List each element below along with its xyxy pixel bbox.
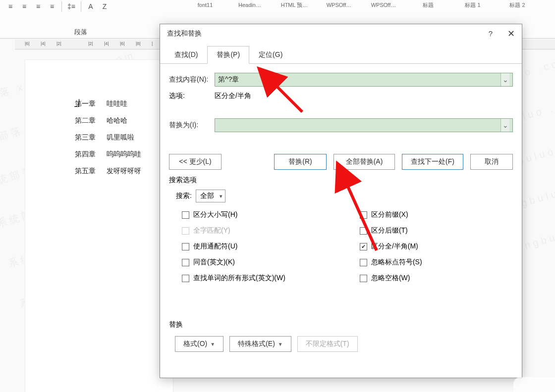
align-justify-icon[interactable]: ≡ [47, 1, 57, 12]
watermark-badge [513, 377, 555, 392]
search-options-label: 搜索选项 [169, 176, 513, 185]
doc-line: 第三章 叽里呱啦 [75, 133, 163, 142]
options-value: 区分全/半角 [215, 92, 251, 100]
separator [81, 1, 81, 12]
find-label: 查找内容(N): [169, 75, 215, 84]
dialog-titlebar[interactable]: 查找和替换 ? ✕ [160, 24, 522, 43]
check-fullhalf[interactable]: ✔区分全/半角(M) [360, 242, 422, 251]
find-next-button[interactable]: 查找下一处(F) [402, 154, 463, 170]
no-format-button: 不限定格式(T) [297, 336, 358, 352]
align-left-icon[interactable]: ≡ [5, 1, 16, 12]
separator [61, 1, 62, 12]
sort-icon-a[interactable]: A [85, 1, 96, 12]
check-prefix[interactable]: 区分前缀(X) [360, 210, 422, 219]
dialog-title: 查找和替换 [167, 29, 202, 38]
check-match-case[interactable]: 区分大小写(H) [182, 210, 285, 219]
doc-line: 第五章 发呀呀呀呀 [75, 167, 163, 176]
style-heading[interactable]: Headin… [228, 0, 272, 15]
check-wildcards[interactable]: 使用通配符(U) [182, 242, 285, 251]
tab-find[interactable]: 查找(D) [165, 46, 207, 64]
replace-all-button[interactable]: 全部替换(A) [333, 154, 395, 170]
check-sounds-like[interactable]: 同音(英文)(K) [182, 258, 285, 267]
options-label: 选项: [169, 92, 215, 100]
replace-input[interactable]: ⌄ [215, 118, 513, 132]
help-icon[interactable]: ? [489, 29, 493, 38]
replace-button[interactable]: 替换(R) [274, 154, 327, 170]
find-replace-dialog: 查找和替换 ? ✕ 查找(D) 替换(P) 定位(G) 查找内容(N): 第^?… [160, 24, 522, 378]
sort-icon-z[interactable]: Z [99, 1, 110, 12]
less-button[interactable]: << 更少(L) [169, 154, 222, 170]
tab-replace[interactable]: 替换(P) [207, 46, 249, 64]
style-html[interactable]: HTML 预… [273, 0, 316, 15]
check-ignore-space[interactable]: 忽略空格(W) [360, 274, 422, 283]
document-page: 第一章 哇哇哇 第二章 哈哈哈 第三章 叽里呱啦 第四章 呜呜呜呜哇 第五章 发… [25, 59, 173, 392]
chevron-down-icon: ▼ [210, 342, 215, 347]
check-whole-word: 全字匹配(Y) [182, 226, 285, 235]
doc-line: 第二章 哈哈哈 [75, 116, 163, 125]
align-right-icon[interactable]: ≡ [33, 1, 44, 12]
style-wps1[interactable]: WPSOff… [317, 0, 361, 15]
special-format-button[interactable]: 特殊格式(E)▼ [229, 336, 291, 352]
chevron-down-icon[interactable]: ⌄ [500, 73, 509, 86]
style-heading2[interactable]: 标题 2 [496, 0, 539, 15]
align-center-icon[interactable]: ≡ [19, 1, 30, 12]
replace-label: 替换为(I): [169, 121, 215, 130]
check-suffix[interactable]: 区分后缀(T) [360, 226, 422, 235]
find-input[interactable]: 第^?章 ⌄ [215, 73, 513, 87]
replace-section-label: 替换 [169, 320, 513, 329]
check-word-forms[interactable]: 查找单词的所有形式(英文)(W) [182, 274, 285, 283]
style-wps2[interactable]: WPSOff… [362, 0, 405, 15]
search-scope-select[interactable]: 全部 [196, 190, 225, 202]
doc-line: 第一章 哇哇哇 [75, 99, 163, 108]
style-font11[interactable]: font11 [183, 0, 227, 15]
check-col-right: 区分前缀(X) 区分后缀(T) ✔区分全/半角(M) 忽略标点符号(S) 忽略空… [360, 210, 422, 283]
style-gallery[interactable]: font11 Headin… HTML 预… WPSOff… WPSOff… 标… [183, 0, 539, 15]
check-ignore-punct[interactable]: 忽略标点符号(S) [360, 258, 422, 267]
check-col-left: 区分大小写(H) 全字匹配(Y) 使用通配符(U) 同音(英文)(K) 查找单词… [182, 210, 285, 283]
text-cursor-mark [74, 99, 79, 107]
format-button[interactable]: 格式(O)▼ [175, 336, 223, 352]
chevron-down-icon: ▼ [278, 342, 283, 347]
doc-line: 第四章 呜呜呜呜哇 [75, 150, 163, 159]
search-dir-label: 搜索: [176, 192, 192, 200]
style-heading1[interactable]: 标题 1 [451, 0, 495, 15]
chevron-down-icon[interactable]: ⌄ [500, 119, 509, 132]
paragraph-group: ≡ ≡ ≡ ≡ ‡≡ A Z [5, 1, 110, 12]
line-spacing-icon[interactable]: ‡≡ [66, 1, 77, 12]
close-icon[interactable]: ✕ [507, 28, 515, 39]
cancel-button[interactable]: 取消 [470, 154, 513, 170]
tab-goto[interactable]: 定位(G) [249, 46, 292, 64]
style-title[interactable]: 标题 [406, 0, 450, 15]
dialog-tabs: 查找(D) 替换(P) 定位(G) [160, 43, 522, 64]
paragraph-label: 段落 [74, 28, 87, 37]
